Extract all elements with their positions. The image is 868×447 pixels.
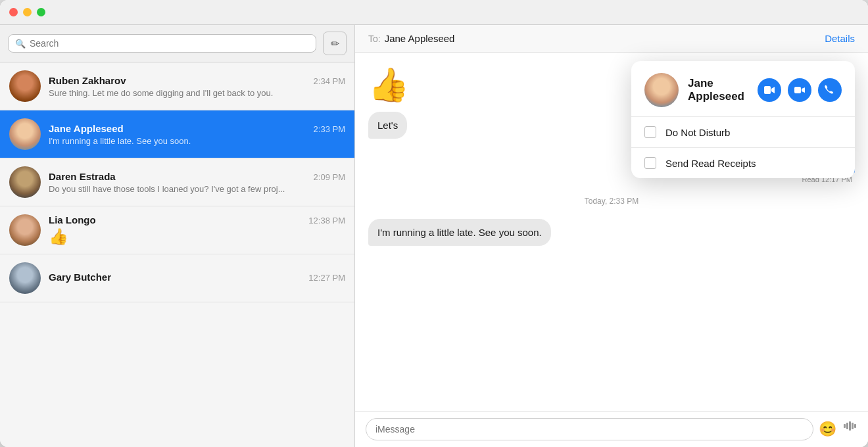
- details-popup: Jane Appleseed: [631, 61, 855, 178]
- emoji-message: 👍: [368, 66, 409, 104]
- conv-time: 2:09 PM: [314, 172, 345, 182]
- conv-time: 12:27 PM: [308, 273, 345, 283]
- svg-rect-1: [846, 423, 848, 429]
- conv-info: Lia Longo 12:38 PM 👍: [49, 214, 345, 246]
- conv-time: 12:38 PM: [308, 216, 345, 225]
- titlebar: [0, 0, 868, 25]
- popup-contact-row: Jane Appleseed: [631, 61, 855, 117]
- svg-rect-5: [764, 86, 771, 94]
- conv-name: Daren Estrada: [49, 171, 116, 182]
- sidebar: 🔍 ✏ Ruben Zakharov 2:34 PM Sur: [0, 25, 355, 447]
- conv-time: 2:34 PM: [314, 76, 345, 86]
- svg-marker-6: [771, 87, 775, 93]
- emoji-button[interactable]: 😊: [819, 421, 836, 438]
- conversation-item[interactable]: Jane Appleseed 2:33 PM I'm running a lit…: [0, 110, 354, 158]
- send-read-receipts-row[interactable]: Send Read Receipts: [631, 148, 855, 178]
- svg-rect-7: [794, 87, 801, 93]
- send-read-receipts-label: Send Read Receipts: [665, 158, 756, 169]
- conv-top-row: Jane Appleseed 2:33 PM: [49, 123, 345, 134]
- conv-info: Daren Estrada 2:09 PM Do you still have …: [49, 171, 345, 194]
- conv-top-row: Daren Estrada 2:09 PM: [49, 171, 345, 182]
- svg-rect-4: [854, 424, 856, 428]
- avatar: [9, 262, 41, 294]
- conv-info: Jane Appleseed 2:33 PM I'm running a lit…: [49, 123, 345, 146]
- timestamp-divider: Today, 2:33 PM: [368, 197, 855, 206]
- conv-time: 2:33 PM: [314, 124, 345, 134]
- conv-info: Gary Butcher 12:27 PM: [49, 271, 345, 285]
- message-bubble: I'm running a little late. See you soon.: [368, 219, 551, 246]
- compose-button[interactable]: ✏: [323, 32, 347, 55]
- audio-button[interactable]: [842, 420, 857, 439]
- conv-name: Gary Butcher: [49, 271, 111, 283]
- conversation-list: Ruben Zakharov 2:34 PM Sure thing. Let m…: [0, 62, 354, 447]
- compose-icon: ✏: [331, 37, 339, 50]
- search-input[interactable]: [30, 38, 309, 49]
- chat-panel: To: Jane Appleseed Details 👍 Let's Ok, s…: [355, 25, 868, 447]
- conv-top-row: Lia Longo 12:38 PM: [49, 214, 345, 225]
- messages-window: 🔍 ✏ Ruben Zakharov 2:34 PM Sur: [0, 0, 868, 447]
- main-content: 🔍 ✏ Ruben Zakharov 2:34 PM Sur: [0, 25, 868, 447]
- phone-call-button[interactable]: [818, 78, 842, 102]
- svg-rect-2: [849, 421, 851, 431]
- message-row: I'm running a little late. See you soon.: [368, 219, 855, 246]
- conv-preview: Do you still have those tools I loaned y…: [49, 184, 345, 194]
- message-bubble: Let's: [368, 112, 407, 139]
- chat-input-bar: 😊: [355, 411, 868, 447]
- facetime-video-button[interactable]: [788, 78, 811, 102]
- popup-action-buttons: [758, 78, 842, 102]
- conv-top-row: Ruben Zakharov 2:34 PM: [49, 75, 345, 86]
- chat-header: To: Jane Appleseed Details: [355, 25, 868, 53]
- message-input[interactable]: [366, 418, 813, 440]
- popup-contact-name: Jane Appleseed: [688, 77, 748, 103]
- send-read-receipts-checkbox[interactable]: [644, 157, 656, 169]
- avatar: [9, 118, 41, 150]
- conversation-item[interactable]: Ruben Zakharov 2:34 PM Sure thing. Let m…: [0, 62, 354, 110]
- avatar: [9, 70, 41, 102]
- facetime-chat-button[interactable]: [758, 78, 781, 102]
- search-icon: 🔍: [15, 39, 26, 49]
- traffic-lights: [9, 8, 45, 16]
- conv-preview: Sure thing. Let me do some digging and I…: [49, 88, 345, 98]
- svg-rect-0: [844, 424, 846, 428]
- popup-avatar: [644, 73, 679, 107]
- search-bar[interactable]: 🔍: [8, 34, 316, 53]
- conv-preview: 👍: [49, 227, 345, 246]
- do-not-disturb-label: Do Not Disturb: [665, 127, 730, 138]
- chat-to-label: To:: [368, 34, 381, 44]
- minimize-button[interactable]: [23, 8, 32, 16]
- do-not-disturb-checkbox[interactable]: [644, 126, 656, 138]
- conv-name: Jane Appleseed: [49, 123, 124, 134]
- conv-info: Ruben Zakharov 2:34 PM Sure thing. Let m…: [49, 75, 345, 98]
- close-button[interactable]: [9, 8, 18, 16]
- conversation-item[interactable]: Lia Longo 12:38 PM 👍: [0, 206, 354, 254]
- maximize-button[interactable]: [37, 8, 45, 16]
- avatar: [9, 166, 41, 198]
- svg-rect-3: [852, 423, 854, 429]
- conversation-item[interactable]: Gary Butcher 12:27 PM: [0, 254, 354, 302]
- conv-name: Lia Longo: [49, 214, 96, 225]
- conversation-item[interactable]: Daren Estrada 2:09 PM Do you still have …: [0, 158, 354, 206]
- conv-preview: I'm running a little late. See you soon.: [49, 136, 345, 146]
- details-button[interactable]: Details: [825, 33, 855, 44]
- svg-marker-8: [802, 87, 805, 93]
- conv-name: Ruben Zakharov: [49, 75, 126, 86]
- avatar: [9, 214, 41, 246]
- chat-recipient-name: Jane Appleseed: [385, 33, 455, 44]
- sidebar-header: 🔍 ✏: [0, 25, 354, 62]
- do-not-disturb-row[interactable]: Do Not Disturb: [631, 117, 855, 148]
- conv-top-row: Gary Butcher 12:27 PM: [49, 271, 345, 283]
